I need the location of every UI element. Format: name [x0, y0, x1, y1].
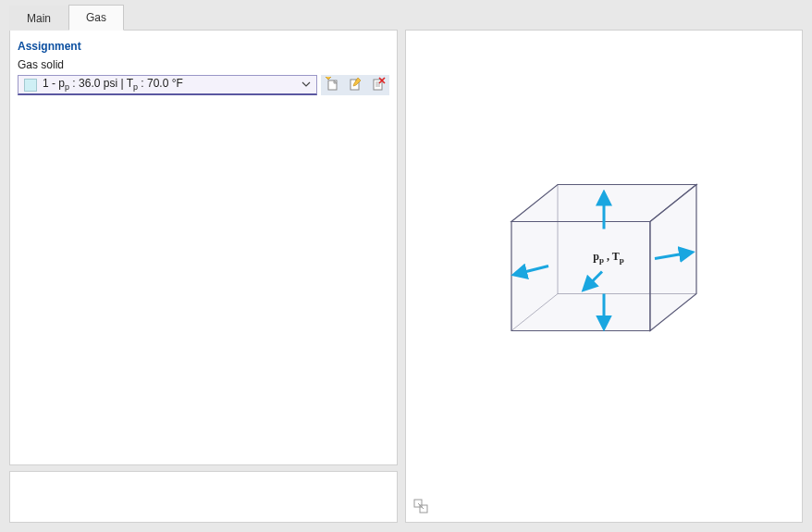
new-document-icon	[325, 77, 339, 94]
diagram-label: pp , Tp	[576, 249, 641, 264]
chevron-down-icon	[296, 79, 316, 92]
new-button[interactable]	[321, 75, 343, 95]
field-label-gas-solid: Gas solid	[18, 58, 389, 75]
diagram-panel: pp , Tp	[405, 30, 803, 523]
delete-button[interactable]	[367, 75, 389, 95]
dropdown-text: 1 - pp : 36.0 psi | Tp : 70.0 °F	[43, 77, 296, 92]
delete-document-icon	[371, 77, 386, 94]
link-object-icon	[413, 499, 428, 516]
icon-button-group	[321, 75, 389, 95]
color-swatch	[24, 79, 37, 92]
gas-box-diagram: pp , Tp	[484, 173, 724, 379]
gas-solid-dropdown[interactable]: 1 - pp : 36.0 psi | Tp : 70.0 °F	[18, 75, 317, 95]
bottom-panel	[9, 471, 398, 523]
edit-document-icon	[348, 77, 363, 94]
tab-bar: Main Gas	[0, 0, 812, 30]
left-column: Assignment Gas solid 1 - pp : 36.0 psi |…	[9, 30, 398, 523]
tab-gas[interactable]: Gas	[68, 5, 124, 31]
tab-main[interactable]: Main	[9, 6, 68, 31]
section-title-assignment: Assignment	[18, 36, 389, 58]
link-object-button[interactable]	[412, 498, 430, 516]
edit-button[interactable]	[344, 75, 366, 95]
gas-solid-row: 1 - pp : 36.0 psi | Tp : 70.0 °F	[18, 75, 389, 95]
content-area: Assignment Gas solid 1 - pp : 36.0 psi |…	[0, 30, 812, 532]
assignment-panel: Assignment Gas solid 1 - pp : 36.0 psi |…	[9, 30, 398, 465]
